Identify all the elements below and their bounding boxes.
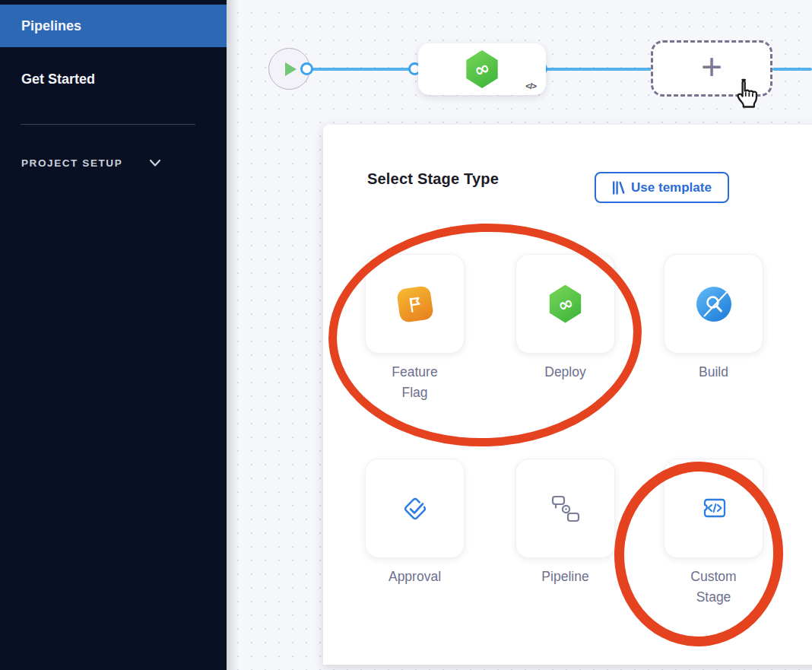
stage-label-deploy: Deploy <box>515 362 615 383</box>
stage-card-deploy[interactable]: ∞ <box>515 254 615 354</box>
stage-label-build: Build <box>664 362 763 383</box>
infinity-glyph: ∞ <box>554 291 576 316</box>
section-label: PROJECT SETUP <box>21 157 122 169</box>
use-template-button[interactable]: Use template <box>595 172 729 203</box>
plus-icon: + <box>701 52 722 82</box>
connector-line-3 <box>772 68 812 71</box>
sidebar: Pipelines Get Started PROJECT SETUP <box>0 0 227 670</box>
deploy-icon: ∞ <box>548 285 583 323</box>
approval-icon <box>398 491 433 526</box>
cursor-pointer-icon <box>731 77 763 113</box>
stage-card-approval[interactable] <box>365 459 465 558</box>
stage-card-feature-flag[interactable] <box>365 254 465 354</box>
use-template-label: Use template <box>631 180 712 195</box>
sidebar-item-pipelines[interactable]: Pipelines <box>0 5 227 47</box>
select-stage-panel: Select Stage Type Use template ∞ <box>323 125 812 665</box>
sidebar-divider <box>21 124 195 125</box>
code-view-icon[interactable]: </> <box>525 81 536 90</box>
feature-flag-icon <box>396 285 434 323</box>
template-library-icon <box>612 181 625 195</box>
connector-line-1 <box>310 68 420 71</box>
chevron-down-icon <box>150 160 160 167</box>
play-icon <box>285 62 297 76</box>
panel-title: Select Stage Type <box>367 170 499 188</box>
stage-label-custom-stage: Custom Stage <box>664 567 763 608</box>
connector-line-2 <box>544 68 652 71</box>
sidebar-item-get-started[interactable]: Get Started <box>0 58 227 100</box>
stage-card-build[interactable] <box>664 254 763 354</box>
port-node-1 <box>300 62 313 75</box>
stage-label-pipeline: Pipeline <box>515 567 615 587</box>
custom-stage-icon <box>698 493 730 525</box>
stage-card-custom-stage[interactable] <box>664 459 763 558</box>
deploy-stage-node[interactable]: ∞ </> <box>418 43 546 95</box>
pipeline-studio-screen: ∞ </> + Pipelines Get Started PROJECT SE… <box>0 0 812 670</box>
infinity-glyph: ∞ <box>471 56 493 81</box>
pipeline-icon <box>550 493 582 525</box>
sidebar-shadow <box>227 0 239 670</box>
sidebar-item-label: Pipelines <box>21 18 81 34</box>
stage-label-feature-flag: Feature Flag <box>365 362 465 403</box>
stage-card-pipeline[interactable] <box>515 459 615 558</box>
stage-label-approval: Approval <box>365 567 465 587</box>
build-icon <box>696 287 731 322</box>
sidebar-section-project-setup[interactable]: PROJECT SETUP <box>21 154 204 172</box>
deploy-stage-icon: ∞ <box>465 50 500 88</box>
sidebar-item-label: Get Started <box>21 71 95 87</box>
